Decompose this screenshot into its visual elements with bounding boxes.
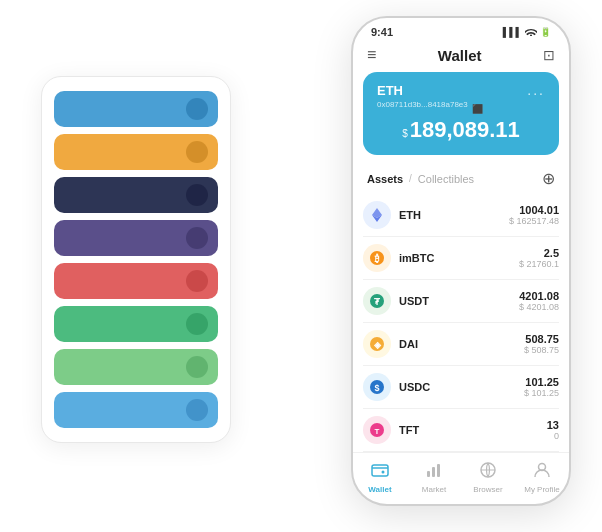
eth-card-menu[interactable]: ... bbox=[527, 82, 545, 98]
status-bar: 9:41 ▌▌▌ 🔋 bbox=[353, 18, 569, 42]
tab-separator: / bbox=[409, 173, 412, 184]
asset-amounts-imbtc: 2.5 $ 21760.1 bbox=[519, 247, 559, 269]
tab-collectibles[interactable]: Collectibles bbox=[418, 173, 474, 185]
asset-amounts-usdt: 4201.08 $ 4201.08 bbox=[519, 290, 559, 312]
eth-icon bbox=[363, 201, 391, 229]
nav-profile-label: My Profile bbox=[524, 485, 560, 494]
svg-rect-13 bbox=[427, 471, 430, 477]
asset-usd-eth: $ 162517.48 bbox=[509, 216, 559, 226]
eth-wallet-card[interactable]: ETH ... 0x08711d3b...8418a78e3 ⬛ $189,08… bbox=[363, 72, 559, 155]
svg-rect-14 bbox=[432, 467, 435, 477]
profile-nav-icon bbox=[533, 461, 551, 483]
card-dot bbox=[186, 356, 208, 378]
nav-browser[interactable]: Browser bbox=[461, 461, 515, 494]
card-item[interactable] bbox=[54, 263, 218, 299]
card-item[interactable] bbox=[54, 306, 218, 342]
wifi-icon bbox=[525, 27, 537, 38]
asset-row-usdt[interactable]: ₮ USDT 4201.08 $ 4201.08 bbox=[363, 280, 559, 323]
asset-amounts-eth: 1004.01 $ 162517.48 bbox=[509, 204, 559, 226]
bottom-nav: Wallet Market Browser My Profile bbox=[353, 452, 569, 504]
card-item[interactable] bbox=[54, 134, 218, 170]
svg-text:◈: ◈ bbox=[373, 340, 382, 350]
asset-amount-usdt: 4201.08 bbox=[519, 290, 559, 302]
asset-symbol-usdc: USDC bbox=[399, 381, 524, 393]
asset-usd-usdc: $ 101.25 bbox=[524, 388, 559, 398]
nav-market-label: Market bbox=[422, 485, 446, 494]
asset-symbol-tft: TFT bbox=[399, 424, 547, 436]
card-dot bbox=[186, 399, 208, 421]
phone-mockup: 9:41 ▌▌▌ 🔋 ≡ Wallet ⊡ ETH ... bbox=[351, 16, 571, 506]
card-dot bbox=[186, 227, 208, 249]
nav-wallet[interactable]: Wallet bbox=[353, 461, 407, 494]
imbtc-icon: ₿ bbox=[363, 244, 391, 272]
asset-amounts-usdc: 101.25 $ 101.25 bbox=[524, 376, 559, 398]
tft-icon: T bbox=[363, 416, 391, 444]
card-dot bbox=[186, 98, 208, 120]
asset-amounts-tft: 13 0 bbox=[547, 419, 559, 441]
asset-amount-imbtc: 2.5 bbox=[519, 247, 559, 259]
asset-symbol-usdt: USDT bbox=[399, 295, 519, 307]
asset-row-tft[interactable]: T TFT 13 0 bbox=[363, 409, 559, 452]
svg-rect-12 bbox=[372, 465, 388, 476]
nav-wallet-label: Wallet bbox=[368, 485, 391, 494]
expand-button[interactable]: ⊡ bbox=[543, 47, 555, 63]
asset-symbol-dai: DAI bbox=[399, 338, 524, 350]
asset-row-usdc[interactable]: $ USDC 101.25 $ 101.25 bbox=[363, 366, 559, 409]
qr-icon[interactable]: ⬛ bbox=[472, 104, 483, 114]
eth-card-name: ETH bbox=[377, 83, 403, 98]
nav-market[interactable]: Market bbox=[407, 461, 461, 494]
svg-text:₮: ₮ bbox=[374, 297, 381, 307]
eth-card-top: ETH ... bbox=[377, 82, 545, 98]
assets-header: Assets / Collectibles ⊕ bbox=[353, 165, 569, 194]
card-item[interactable] bbox=[54, 177, 218, 213]
dai-icon: ◈ bbox=[363, 330, 391, 358]
asset-row-imbtc[interactable]: ₿ imBTC 2.5 $ 21760.1 bbox=[363, 237, 559, 280]
page-title: Wallet bbox=[438, 47, 482, 64]
usdt-icon: ₮ bbox=[363, 287, 391, 315]
balance-value: 189,089.11 bbox=[410, 117, 520, 142]
asset-usd-imbtc: $ 21760.1 bbox=[519, 259, 559, 269]
asset-list: ETH 1004.01 $ 162517.48 ₿ imBTC 2.5 $ 21… bbox=[353, 194, 569, 452]
card-item[interactable] bbox=[54, 392, 218, 428]
card-stack bbox=[41, 76, 231, 443]
card-dot bbox=[186, 141, 208, 163]
card-item[interactable] bbox=[54, 220, 218, 256]
card-item[interactable] bbox=[54, 349, 218, 385]
status-icons: ▌▌▌ 🔋 bbox=[503, 27, 551, 38]
battery-icon: 🔋 bbox=[540, 27, 551, 37]
eth-balance: $189,089.11 bbox=[377, 117, 545, 143]
usdc-icon: $ bbox=[363, 373, 391, 401]
phone-body: ETH ... 0x08711d3b...8418a78e3 ⬛ $189,08… bbox=[353, 72, 569, 452]
menu-button[interactable]: ≡ bbox=[367, 46, 376, 64]
eth-address: 0x08711d3b...8418a78e3 bbox=[377, 100, 468, 109]
asset-amount-dai: 508.75 bbox=[524, 333, 559, 345]
balance-currency-label: $ bbox=[402, 128, 408, 139]
asset-amount-tft: 13 bbox=[547, 419, 559, 431]
svg-rect-15 bbox=[437, 464, 440, 477]
browser-nav-icon bbox=[479, 461, 497, 483]
asset-usd-usdt: $ 4201.08 bbox=[519, 302, 559, 312]
card-item[interactable] bbox=[54, 91, 218, 127]
card-dot bbox=[186, 313, 208, 335]
eth-address-row: 0x08711d3b...8418a78e3 ⬛ bbox=[377, 100, 545, 117]
svg-text:T: T bbox=[375, 427, 380, 436]
wallet-nav-icon bbox=[371, 461, 389, 483]
tab-assets[interactable]: Assets bbox=[367, 173, 403, 185]
asset-symbol-imbtc: imBTC bbox=[399, 252, 519, 264]
scene: 9:41 ▌▌▌ 🔋 ≡ Wallet ⊡ ETH ... bbox=[21, 16, 581, 516]
card-dot bbox=[186, 270, 208, 292]
asset-row-dai[interactable]: ◈ DAI 508.75 $ 508.75 bbox=[363, 323, 559, 366]
asset-amount-usdc: 101.25 bbox=[524, 376, 559, 388]
signal-icon: ▌▌▌ bbox=[503, 27, 522, 37]
nav-browser-label: Browser bbox=[473, 485, 502, 494]
phone-header: ≡ Wallet ⊡ bbox=[353, 42, 569, 72]
market-nav-icon bbox=[425, 461, 443, 483]
add-asset-button[interactable]: ⊕ bbox=[542, 169, 555, 188]
svg-text:$: $ bbox=[374, 383, 379, 393]
asset-usd-dai: $ 508.75 bbox=[524, 345, 559, 355]
asset-amounts-dai: 508.75 $ 508.75 bbox=[524, 333, 559, 355]
status-time: 9:41 bbox=[371, 26, 393, 38]
assets-tabs: Assets / Collectibles bbox=[367, 173, 474, 185]
asset-row-eth[interactable]: ETH 1004.01 $ 162517.48 bbox=[363, 194, 559, 237]
nav-profile[interactable]: My Profile bbox=[515, 461, 569, 494]
